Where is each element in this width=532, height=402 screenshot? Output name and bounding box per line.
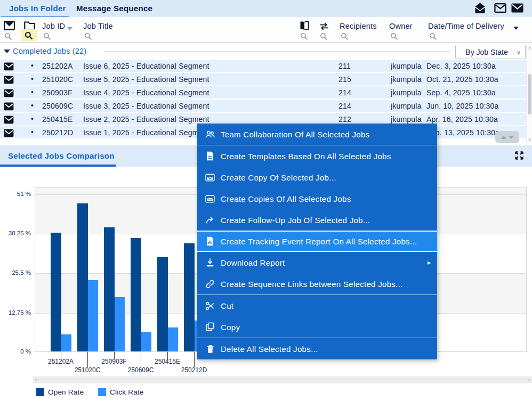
menu-item-create-copy[interactable]: Create Copy Of Selected Job... [197,167,437,188]
mail-outline-icon[interactable] [494,3,506,15]
bar-click-rate [141,332,151,351]
top-tab-bar: Jobs In Folder Message Sequence [0,0,532,17]
delivery-sort-caret-icon[interactable] [513,27,519,30]
chart-legend: Open RateClick Rate [0,388,532,398]
table-column-header: Job ID Job Title Recipients Owner Date/T… [0,17,532,43]
job-id-cell: 250609C [42,102,73,110]
mail-job-icon [3,75,14,86]
collapse-triangle-icon[interactable] [4,50,10,53]
open-mail-icon[interactable] [473,3,487,16]
legend-swatch [36,388,44,396]
bar-click-rate [61,334,71,351]
column-job-id[interactable]: Job ID [42,22,65,30]
column-job-title[interactable]: Job Title [83,22,113,30]
recipients-cell: 215 [338,75,351,84]
job-title-cell: Issue 4, 2025 - Educational Segment [83,88,209,97]
people-icon [205,129,215,140]
column-delivery[interactable]: Date/Time of Delivery [428,22,504,30]
submenu-arrow-icon: ▸ [428,259,431,266]
menu-item-create-sequence-links[interactable]: Create Sequence Links between Selected J… [197,273,437,294]
table-row[interactable]: •250609CIssue 3, 2025 - Educational Segm… [0,100,526,113]
spinner-down-icon[interactable] [509,136,514,139]
menu-item-create-copies[interactable]: Create Copies Of All Selected Jobs [197,188,437,209]
job-id-cell: 250903F [42,88,72,97]
scroll-left-icon[interactable]: ‹ [35,376,37,383]
menu-item-team-collaboration[interactable]: Team Collaboration Of All Selected Jobs [197,124,437,145]
sort-caret-icon[interactable] [67,27,72,30]
scroll-up-icon[interactable]: ∧ [527,46,532,51]
menu-item-create-templates[interactable]: Create Templates Based On All Selected J… [197,145,437,167]
owner-cell: jkumpula [391,115,422,124]
search-filter-icon[interactable] [429,31,441,42]
menu-item-label: Create Follow-Up Job Of Selected Job... [221,216,370,225]
job-state-filter-select[interactable]: By Job State ∨ [455,45,526,59]
context-menu: Team Collaboration Of All Selected JobsC… [197,124,437,359]
status-dot: • [31,101,34,110]
search-filter-icon[interactable] [84,31,96,42]
trash-icon [205,343,215,354]
scrollbar-thumb[interactable] [528,74,531,114]
table-row[interactable]: •251020CIssue 5, 2025 - Educational Segm… [0,73,526,86]
job-id-cell: 251020C [42,75,73,84]
menu-item-create-follow-up[interactable]: Create Follow-Up Job Of Selected Job... [197,209,437,231]
mail-filled-icon[interactable] [511,3,523,15]
spinner-up-icon[interactable] [501,136,506,139]
bar-click-rate [88,280,98,351]
y-axis-tick-label: 12.75 % [9,309,31,316]
menu-item-download-report[interactable]: Download Report▸ [197,252,437,273]
expand-icon[interactable] [514,150,525,163]
vertical-scrollbar[interactable]: ∧ ∨ [526,44,532,144]
tab-jobs-in-folder[interactable]: Jobs In Folder [9,4,66,13]
column-owner[interactable]: Owner [389,22,413,30]
search-filter-icon[interactable] [320,31,332,42]
scroll-down-icon[interactable]: ∨ [527,137,532,142]
menu-item-create-tracking-report[interactable]: Create Tracking Event Report On All Sele… [197,231,437,252]
mail-copy-icon [205,193,215,204]
chart-horizontal-scrollbar[interactable]: ‹ › [33,376,532,383]
menu-item-label: Copy [221,323,240,332]
scissors-icon [205,300,215,311]
table-row[interactable]: •250903FIssue 4, 2025 - Educational Segm… [0,86,526,100]
delivery-cell: Feb. 13, 2025 10:30a [426,128,499,137]
owner-cell: jkumpula [391,88,422,97]
row-scroll-spinner[interactable] [495,131,519,143]
search-filter-icon[interactable] [300,31,312,42]
bar-click-rate [115,297,125,351]
x-axis-tick [194,352,195,367]
search-filter-icon[interactable] [341,31,352,42]
bar-click-rate [168,327,178,351]
search-filter-icon-active[interactable] [21,29,37,42]
tab-selected-jobs-comparison[interactable]: Selected Jobs Comparison [8,151,115,160]
x-axis-tick-label: 250212D [181,366,207,374]
status-dot: • [31,114,34,123]
x-axis-tick-label: 251020C [75,366,101,374]
bar-open-rate [131,238,141,351]
bar-open-rate [184,243,195,351]
scroll-right-icon[interactable]: › [528,376,530,383]
search-filter-icon[interactable] [43,31,55,42]
menu-item-label: Create Tracking Event Report On All Sele… [221,237,417,246]
column-recipients[interactable]: Recipients [340,22,377,30]
job-title-cell: Issue 1, 2025 - Educational Segment [83,128,209,137]
delivery-cell: Sep. 4, 2025 10:30a [426,88,496,97]
mail-job-icon [3,102,14,112]
menu-item-delete-all[interactable]: Delete All Selected Jobs... [197,338,437,359]
y-axis-tick-label: 0 % [20,348,31,355]
menu-item-label: Cut [221,301,233,310]
bar-open-rate [104,227,115,351]
job-id-cell: 251202A [42,62,72,70]
search-filter-icon[interactable] [4,31,16,42]
recipients-cell: 211 [338,62,351,70]
search-filter-icon[interactable] [390,31,402,42]
tab-message-sequence[interactable]: Message Sequence [76,4,152,13]
mail-copy-icon [205,172,215,183]
report-chart-icon [205,236,215,247]
table-row[interactable]: •251202AIssue 6, 2025 - Educational Segm… [0,60,526,73]
bar-open-rate [157,257,168,351]
mail-job-icon [3,62,14,72]
completed-jobs-section: Completed Jobs (22) By Job State ∨ [0,43,532,60]
menu-item-cut[interactable]: Cut [197,295,437,316]
menu-item-copy[interactable]: Copy [197,316,437,338]
section-title[interactable]: Completed Jobs (22) [13,47,86,55]
job-title-cell: Issue 2, 2025 - Educational Segment [83,115,209,124]
